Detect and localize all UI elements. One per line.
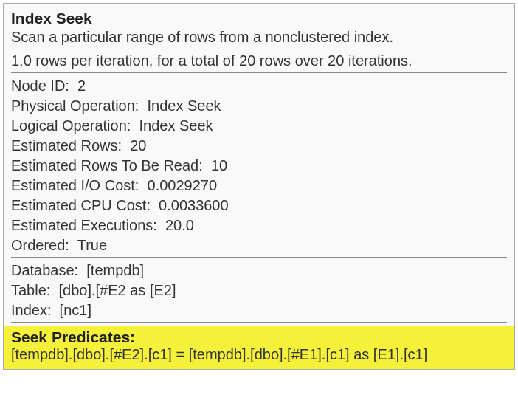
prop-ordered: Ordered: True xyxy=(11,235,507,255)
prop-database: Database: [tempdb] xyxy=(11,261,507,280)
prop-estimated-io: Estimated I/O Cost: 0.0029270 xyxy=(11,176,507,196)
prop-label: Database: xyxy=(11,262,78,278)
prop-label: Estimated Executions: xyxy=(11,217,157,233)
prop-value: [tempdb] xyxy=(86,262,144,278)
prop-estimated-executions: Estimated Executions: 20.0 xyxy=(11,216,507,235)
query-plan-tooltip: Index Seek Scan a particular range of ro… xyxy=(3,3,515,370)
operation-description: Scan a particular range of rows from a n… xyxy=(11,29,507,49)
seek-predicates-section: Seek Predicates: [tempdb].[dbo].[#E2].[c… xyxy=(4,326,514,369)
prop-node-id: Node ID: 2 xyxy=(11,76,507,96)
prop-value: 0.0029270 xyxy=(148,177,218,193)
prop-physical-operation: Physical Operation: Index Seek xyxy=(11,96,507,116)
prop-label: Estimated Rows: xyxy=(11,137,122,154)
prop-value: True xyxy=(77,237,107,253)
operation-title: Index Seek xyxy=(11,10,507,27)
prop-estimated-rows: Estimated Rows: 20 xyxy=(11,136,507,156)
prop-value: [nc1] xyxy=(60,302,91,318)
prop-value: Index Seek xyxy=(148,97,221,114)
seek-predicates-value: [tempdb].[dbo].[#E2].[c1] = [tempdb].[db… xyxy=(11,346,507,363)
prop-table: Table: [dbo].[#E2 as [E2] xyxy=(11,280,507,300)
seek-predicates-title: Seek Predicates: xyxy=(11,328,507,346)
prop-index: Index: [nc1] xyxy=(11,300,507,320)
prop-estimated-rows-read: Estimated Rows To Be Read: 10 xyxy=(11,156,507,176)
prop-logical-operation: Logical Operation: Index Seek xyxy=(11,116,507,136)
prop-label: Logical Operation: xyxy=(11,117,131,134)
prop-label: Ordered: xyxy=(11,237,69,253)
rows-summary: 1.0 rows per iteration, for a total of 2… xyxy=(11,52,507,73)
prop-estimated-cpu: Estimated CPU Cost: 0.0033600 xyxy=(11,196,507,216)
prop-label: Node ID: xyxy=(11,78,69,94)
prop-label: Table: xyxy=(11,282,50,298)
prop-label: Physical Operation: xyxy=(11,97,139,114)
prop-value: 20 xyxy=(130,137,146,154)
prop-value: Index Seek xyxy=(139,117,213,134)
section-divider xyxy=(11,257,507,258)
prop-label: Estimated CPU Cost: xyxy=(11,197,151,213)
prop-label: Index: xyxy=(11,302,51,318)
section-divider xyxy=(11,322,507,323)
prop-value: 0.0033600 xyxy=(159,197,229,213)
prop-label: Estimated I/O Cost: xyxy=(11,177,139,193)
prop-label: Estimated Rows To Be Read: xyxy=(11,157,203,173)
prop-value: 2 xyxy=(77,78,86,94)
prop-value: 20.0 xyxy=(165,217,194,233)
prop-value: [dbo].[#E2 as [E2] xyxy=(59,282,176,298)
prop-value: 10 xyxy=(211,157,227,173)
